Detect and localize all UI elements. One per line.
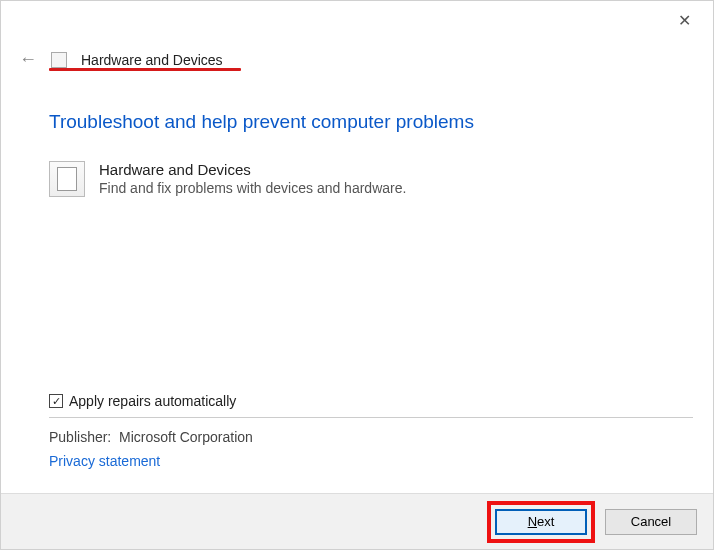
content-area: Troubleshoot and help prevent computer p…	[49, 111, 665, 197]
privacy-statement-link[interactable]: Privacy statement	[49, 453, 160, 469]
publisher-value: Microsoft Corporation	[119, 429, 253, 445]
hardware-icon	[49, 161, 85, 197]
annotation-underline	[49, 68, 241, 71]
close-icon[interactable]: ✕	[678, 11, 691, 30]
page-heading: Troubleshoot and help prevent computer p…	[49, 111, 665, 133]
back-arrow-icon[interactable]: ←	[19, 49, 37, 70]
troubleshooter-item: Hardware and Devices Find and fix proble…	[49, 161, 665, 197]
window-title: Hardware and Devices	[81, 52, 223, 68]
apply-repairs-checkbox[interactable]: ✓ Apply repairs automatically	[49, 393, 236, 409]
cancel-button[interactable]: Cancel	[605, 509, 697, 535]
next-button[interactable]: Next	[495, 509, 587, 535]
publisher-label: Publisher:	[49, 429, 111, 445]
footer: Next Cancel	[1, 493, 713, 549]
item-title: Hardware and Devices	[99, 161, 406, 178]
item-description: Find and fix problems with devices and h…	[99, 180, 406, 196]
annotation-highlight: Next	[487, 501, 595, 543]
divider	[49, 417, 693, 418]
header: ← Hardware and Devices	[19, 49, 223, 70]
publisher-info: Publisher: Microsoft Corporation	[49, 429, 253, 445]
checkbox-icon: ✓	[49, 394, 63, 408]
checkbox-label: Apply repairs automatically	[69, 393, 236, 409]
troubleshooter-icon	[51, 52, 67, 68]
